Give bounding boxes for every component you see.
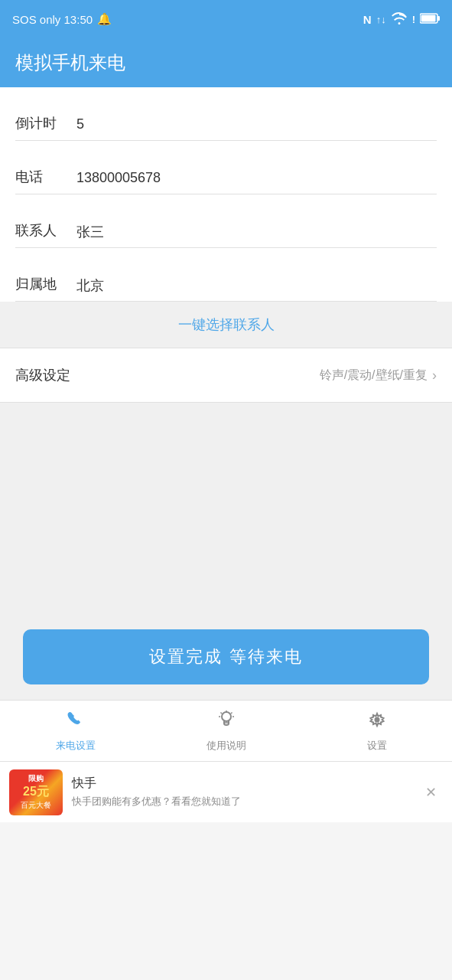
nav-item-instructions[interactable]: 使用说明: [151, 709, 301, 753]
bulb-icon: [216, 709, 237, 736]
wifi-icon: [391, 12, 408, 27]
nav-label-call-settings: 来电设置: [56, 739, 96, 753]
countdown-label: 倒计时: [15, 114, 76, 140]
svg-point-3: [222, 712, 231, 721]
ad-thumb-line2: 25元: [23, 784, 49, 800]
ad-close-button[interactable]: ✕: [419, 781, 443, 804]
phone-icon: [65, 709, 86, 736]
signal-icon: !: [412, 14, 415, 25]
phone-row: 电话: [15, 141, 437, 194]
advanced-row[interactable]: 高级设定 铃声/震动/壁纸/重复 ›: [15, 348, 437, 402]
ad-app-name: 快手: [72, 776, 410, 792]
submit-section: 设置完成 等待来电: [0, 617, 452, 700]
countdown-input[interactable]: [76, 116, 437, 140]
status-text: SOS only 13:50: [12, 13, 93, 26]
svg-line-7: [231, 713, 233, 714]
chevron-right-icon: ›: [432, 368, 437, 384]
advanced-value-container[interactable]: 铃声/震动/壁纸/重复 ›: [320, 368, 437, 384]
submit-button[interactable]: 设置完成 等待来电: [23, 629, 429, 684]
location-row: 归属地: [15, 248, 437, 302]
svg-point-10: [374, 717, 379, 723]
ad-thumb-line1: 限购: [28, 773, 44, 784]
phone-label: 电话: [15, 168, 76, 194]
ad-thumbnail: 限购 25元 百元大餐: [9, 769, 63, 815]
contact-row: 联系人: [15, 194, 437, 248]
status-right: N ↑↓ !: [363, 12, 440, 27]
nav-label-settings: 设置: [367, 739, 387, 753]
one-key-button[interactable]: 一键选择联系人: [178, 315, 275, 334]
ad-thumb-line3: 百元大餐: [21, 800, 51, 811]
svg-rect-2: [437, 16, 440, 21]
gray-area: [0, 403, 452, 617]
ad-content: 快手 快手团购能有多优惠？看看您就知道了: [72, 776, 410, 808]
nfc-icon: N: [363, 13, 372, 26]
contact-label: 联系人: [15, 221, 76, 247]
nav-item-settings[interactable]: 设置: [301, 709, 452, 753]
status-left: SOS only 13:50 🔔: [12, 12, 112, 26]
battery-icon: [420, 13, 440, 26]
advanced-section[interactable]: 高级设定 铃声/震动/壁纸/重复 ›: [0, 348, 452, 403]
nav-label-instructions: 使用说明: [206, 739, 246, 753]
ad-description: 快手团购能有多优惠？看看您就知道了: [72, 795, 410, 808]
advanced-value-text: 铃声/震动/壁纸/重复: [320, 368, 428, 384]
location-input[interactable]: [76, 277, 437, 301]
nav-item-call-settings[interactable]: 来电设置: [0, 709, 151, 753]
svg-line-6: [220, 713, 222, 714]
form-section: 倒计时 电话 联系人 归属地: [0, 87, 452, 302]
gear-icon: [366, 709, 388, 736]
one-key-section[interactable]: 一键选择联系人: [0, 302, 452, 348]
bottom-nav: 来电设置 使用说明 设置: [0, 700, 452, 761]
location-label: 归属地: [15, 275, 76, 301]
advanced-label: 高级设定: [15, 366, 70, 384]
contact-input[interactable]: [76, 224, 437, 247]
countdown-row: 倒计时: [15, 87, 437, 141]
ad-banner[interactable]: 限购 25元 百元大餐 快手 快手团购能有多优惠？看看您就知道了 ✕: [0, 761, 452, 822]
bell-icon: 🔔: [97, 12, 112, 26]
data-icon: ↑↓: [376, 14, 386, 25]
app-bar: 模拟手机来电: [0, 38, 452, 87]
page-title: 模拟手机来电: [15, 51, 125, 75]
svg-rect-1: [421, 15, 436, 21]
phone-input[interactable]: [76, 170, 437, 194]
status-bar: SOS only 13:50 🔔 N ↑↓ !: [0, 0, 452, 38]
